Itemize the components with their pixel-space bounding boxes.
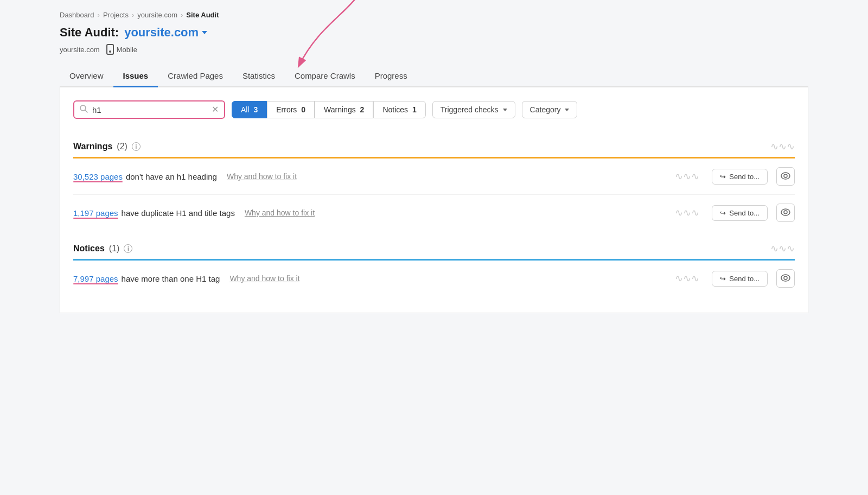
breadcrumb-current: Site Audit bbox=[186, 11, 219, 19]
send-label: Send to... bbox=[729, 275, 760, 283]
category-dropdown[interactable]: Category bbox=[522, 101, 578, 118]
site-url: yoursite.com bbox=[60, 46, 100, 54]
main-content: ✕ All 3 Errors 0 Warnings 2 Notices bbox=[60, 87, 808, 313]
warnings-header: Warnings (2) i ∿∿∿ bbox=[73, 134, 795, 157]
preview-button[interactable] bbox=[776, 204, 795, 222]
breadcrumb-sep: › bbox=[98, 11, 100, 19]
breadcrumb-item[interactable]: Dashboard bbox=[60, 11, 94, 19]
triggered-checks-dropdown[interactable]: Triggered checks bbox=[432, 101, 515, 118]
filter-errors-button[interactable]: Errors 0 bbox=[267, 101, 315, 118]
table-row: 30,523 pages don't have an h1 heading Wh… bbox=[73, 158, 795, 195]
issue-description: have more than one H1 tag bbox=[122, 274, 220, 283]
svg-point-7 bbox=[781, 275, 790, 281]
svg-point-3 bbox=[781, 173, 790, 179]
nav-tabs: Overview Issues Crawled Pages Statistics… bbox=[60, 66, 808, 87]
preview-button[interactable] bbox=[776, 167, 795, 186]
page-title-row: Site Audit: yoursite.com bbox=[60, 26, 808, 40]
tab-issues[interactable]: Issues bbox=[113, 66, 158, 87]
category-label: Category bbox=[530, 105, 561, 114]
site-meta: yoursite.com Mobile bbox=[60, 44, 808, 55]
warnings-info-icon[interactable]: i bbox=[132, 142, 141, 151]
breadcrumb-sep: › bbox=[181, 11, 183, 19]
filter-warnings-count: 2 bbox=[360, 105, 365, 114]
issue-text: 1,197 pages have duplicate H1 and title … bbox=[73, 208, 662, 218]
svg-point-4 bbox=[784, 174, 787, 177]
eye-icon bbox=[781, 208, 790, 218]
filter-warnings-button[interactable]: Warnings 2 bbox=[315, 101, 373, 118]
warnings-sparkline: ∿∿∿ bbox=[770, 141, 795, 153]
fix-link[interactable]: Why and how to fix it bbox=[245, 208, 315, 217]
tab-statistics[interactable]: Statistics bbox=[233, 66, 285, 87]
filter-all-label: All bbox=[241, 105, 250, 114]
filter-warnings-label: Warnings bbox=[324, 105, 356, 114]
send-to-button[interactable]: ↪ Send to... bbox=[712, 271, 768, 287]
issue-pages-link[interactable]: 30,523 pages bbox=[73, 172, 123, 181]
fix-link[interactable]: Why and how to fix it bbox=[227, 172, 297, 181]
notices-title: Notices (1) i bbox=[73, 244, 132, 253]
search-input[interactable] bbox=[92, 105, 207, 115]
filter-notices-button[interactable]: Notices 1 bbox=[373, 101, 425, 118]
svg-point-6 bbox=[784, 211, 787, 214]
filter-errors-count: 0 bbox=[301, 105, 305, 114]
svg-point-8 bbox=[784, 276, 787, 280]
tab-crawled-pages[interactable]: Crawled Pages bbox=[158, 66, 233, 87]
notices-section: Notices (1) i ∿∿∿ 7,997 pages have more … bbox=[73, 236, 795, 296]
eye-icon bbox=[781, 274, 790, 283]
svg-line-2 bbox=[85, 110, 87, 112]
tab-overview[interactable]: Overview bbox=[60, 66, 113, 87]
filter-buttons: All 3 Errors 0 Warnings 2 Notices 1 bbox=[232, 101, 426, 118]
breadcrumb-item[interactable]: Projects bbox=[103, 11, 129, 19]
tab-compare-crawls[interactable]: Compare Crawls bbox=[285, 66, 365, 87]
table-row: 7,997 pages have more than one H1 tag Wh… bbox=[73, 261, 795, 296]
notices-header: Notices (1) i ∿∿∿ bbox=[73, 236, 795, 259]
filter-notices-count: 1 bbox=[412, 105, 417, 114]
send-label: Send to... bbox=[729, 173, 760, 181]
table-row: 1,197 pages have duplicate H1 and title … bbox=[73, 195, 795, 231]
send-to-button[interactable]: ↪ Send to... bbox=[712, 205, 768, 221]
issue-description: have duplicate H1 and title tags bbox=[122, 208, 235, 218]
filter-bar: ✕ All 3 Errors 0 Warnings 2 Notices bbox=[73, 100, 795, 119]
dropdown-chevron-icon bbox=[503, 109, 507, 111]
breadcrumb-item[interactable]: yoursite.com bbox=[137, 11, 177, 19]
notices-count: (1) bbox=[109, 244, 120, 253]
device-label: Mobile bbox=[117, 46, 137, 54]
mobile-badge: Mobile bbox=[106, 44, 137, 55]
warnings-title-text: Warnings bbox=[73, 142, 112, 151]
filter-all-button[interactable]: All 3 bbox=[232, 101, 267, 118]
category-chevron-icon bbox=[565, 109, 569, 111]
site-name-text: yoursite.com bbox=[124, 26, 199, 40]
send-icon: ↪ bbox=[720, 173, 726, 181]
issue-sparkline: ∿∿∿ bbox=[671, 207, 703, 219]
notices-sparkline: ∿∿∿ bbox=[770, 243, 795, 255]
issue-description: don't have an h1 heading bbox=[126, 172, 217, 181]
fix-link[interactable]: Why and how to fix it bbox=[229, 274, 299, 283]
issue-sparkline: ∿∿∿ bbox=[671, 272, 703, 284]
send-icon: ↪ bbox=[720, 275, 726, 283]
preview-button[interactable] bbox=[776, 269, 795, 288]
triggered-checks-label: Triggered checks bbox=[441, 105, 499, 114]
search-box[interactable]: ✕ bbox=[73, 100, 225, 119]
clear-search-button[interactable]: ✕ bbox=[212, 105, 219, 114]
notices-info-icon[interactable]: i bbox=[124, 244, 132, 253]
breadcrumb-sep: › bbox=[132, 11, 134, 19]
svg-point-5 bbox=[781, 209, 790, 215]
send-icon: ↪ bbox=[720, 209, 726, 217]
issue-pages-link[interactable]: 1,197 pages bbox=[73, 208, 118, 218]
send-label: Send to... bbox=[729, 209, 760, 217]
issue-text: 30,523 pages don't have an h1 heading Wh… bbox=[73, 172, 662, 181]
eye-icon bbox=[781, 172, 790, 181]
filter-notices-label: Notices bbox=[382, 105, 408, 114]
chevron-down-icon bbox=[202, 31, 207, 34]
send-to-button[interactable]: ↪ Send to... bbox=[712, 169, 768, 185]
warnings-section: Warnings (2) i ∿∿∿ 30,523 pages don't ha… bbox=[73, 134, 795, 231]
warnings-title: Warnings (2) i bbox=[73, 142, 141, 151]
site-name-dropdown[interactable]: yoursite.com bbox=[124, 26, 207, 40]
page-title-label: Site Audit: bbox=[60, 26, 119, 40]
tab-progress[interactable]: Progress bbox=[365, 66, 417, 87]
issue-sparkline: ∿∿∿ bbox=[671, 170, 703, 182]
issue-pages-link[interactable]: 7,997 pages bbox=[73, 274, 118, 283]
mobile-icon bbox=[106, 44, 114, 55]
filter-all-count: 3 bbox=[253, 105, 258, 114]
issue-text: 7,997 pages have more than one H1 tag Wh… bbox=[73, 274, 662, 283]
breadcrumb: Dashboard › Projects › yoursite.com › Si… bbox=[60, 11, 808, 19]
